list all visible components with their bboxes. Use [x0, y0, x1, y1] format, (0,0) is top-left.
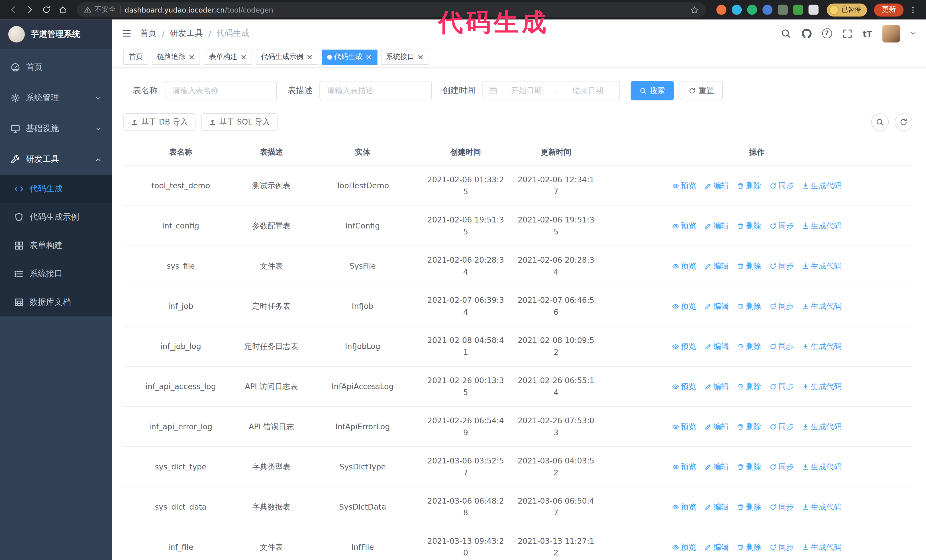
op-generate-link[interactable]: 生成代码	[802, 260, 842, 272]
reload-icon[interactable]	[39, 3, 53, 17]
tab[interactable]: 表单构建×	[204, 49, 252, 65]
op-delete-link[interactable]: 删除	[737, 461, 761, 472]
op-generate-link[interactable]: 生成代码	[802, 461, 842, 472]
op-generate-link[interactable]: 生成代码	[802, 380, 842, 392]
extension-icon[interactable]	[778, 5, 788, 15]
op-edit-link[interactable]: 编辑	[705, 421, 729, 432]
op-edit-link[interactable]: 编辑	[705, 220, 729, 232]
op-sync-link[interactable]: 同步	[770, 421, 794, 432]
tab[interactable]: 首页	[123, 49, 148, 65]
op-generate-link[interactable]: 生成代码	[802, 220, 842, 232]
tab[interactable]: 链路追踪×	[152, 49, 200, 65]
op-sync-link[interactable]: 同步	[770, 300, 794, 312]
font-size-icon[interactable]: tT	[863, 29, 872, 38]
sidebar-item-system[interactable]: 系统管理	[0, 83, 112, 113]
op-preview-link[interactable]: 预览	[672, 541, 696, 552]
sidebar-item-home[interactable]: 首页	[0, 52, 112, 83]
extension-icon[interactable]	[747, 5, 757, 15]
op-delete-link[interactable]: 删除	[737, 380, 761, 392]
extension-icon[interactable]	[732, 5, 741, 15]
op-edit-link[interactable]: 编辑	[705, 180, 729, 192]
op-delete-link[interactable]: 删除	[737, 340, 761, 352]
op-sync-link[interactable]: 同步	[770, 340, 794, 352]
op-edit-link[interactable]: 编辑	[705, 300, 729, 312]
search-icon[interactable]	[781, 28, 791, 38]
op-generate-link[interactable]: 生成代码	[802, 541, 842, 552]
forward-icon[interactable]	[23, 3, 37, 17]
sidebar-subitem-api[interactable]: 系统接口	[0, 260, 112, 288]
op-edit-link[interactable]: 编辑	[705, 501, 729, 512]
address-bar[interactable]: 不安全 dashboard.yudao.iocoder.cn/tool/code…	[77, 2, 705, 17]
refresh-table-button[interactable]	[895, 113, 912, 131]
op-delete-link[interactable]: 删除	[737, 260, 761, 272]
op-sync-link[interactable]: 同步	[770, 541, 794, 552]
help-icon[interactable]: ?	[822, 28, 832, 38]
extension-icon[interactable]	[763, 5, 772, 15]
tab[interactable]: 系统接口×	[381, 49, 429, 65]
extension-icon[interactable]	[809, 5, 819, 15]
search-button[interactable]: 搜索	[631, 81, 674, 100]
op-delete-link[interactable]: 删除	[737, 541, 761, 552]
sidebar-subitem-form-builder[interactable]: 表单构建	[0, 232, 112, 260]
op-generate-link[interactable]: 生成代码	[802, 501, 842, 512]
op-sync-link[interactable]: 同步	[770, 501, 794, 512]
import-db-button[interactable]: 基于 DB 导入	[123, 113, 195, 131]
close-icon[interactable]: ×	[240, 53, 247, 61]
table-name-input[interactable]	[165, 81, 277, 100]
tab[interactable]: 代码生成示例×	[256, 49, 318, 65]
toggle-search-button[interactable]	[871, 113, 889, 131]
op-sync-link[interactable]: 同步	[770, 220, 794, 232]
sidebar-item-infra[interactable]: 基础设施	[0, 113, 112, 144]
op-preview-link[interactable]: 预览	[672, 220, 696, 232]
op-delete-link[interactable]: 删除	[737, 180, 761, 192]
sidebar-subitem-codegen[interactable]: 代码生成	[0, 175, 112, 203]
chevron-down-icon[interactable]	[910, 30, 917, 37]
op-delete-link[interactable]: 删除	[737, 421, 761, 432]
breadcrumb-item[interactable]: 研发工具	[170, 28, 203, 38]
op-sync-link[interactable]: 同步	[770, 180, 794, 192]
bookmark-star-icon[interactable]	[690, 6, 699, 14]
op-edit-link[interactable]: 编辑	[705, 340, 729, 352]
user-avatar[interactable]	[882, 24, 900, 42]
security-indicator[interactable]: 不安全	[84, 5, 116, 15]
reset-button[interactable]: 重置	[680, 81, 723, 100]
tab[interactable]: 代码生成×	[322, 49, 377, 65]
op-edit-link[interactable]: 编辑	[705, 380, 729, 392]
sidebar-subitem-codegen-example[interactable]: 代码生成示例	[0, 203, 112, 231]
op-preview-link[interactable]: 预览	[672, 340, 696, 352]
op-generate-link[interactable]: 生成代码	[802, 300, 842, 312]
op-sync-link[interactable]: 同步	[770, 260, 794, 272]
op-preview-link[interactable]: 预览	[672, 421, 696, 432]
sidebar-item-devtools[interactable]: 研发工具	[0, 144, 112, 175]
op-preview-link[interactable]: 预览	[672, 260, 696, 272]
op-edit-link[interactable]: 编辑	[705, 541, 729, 552]
op-delete-link[interactable]: 删除	[737, 220, 761, 232]
browser-update-button[interactable]: 更新	[874, 3, 904, 16]
date-range-picker[interactable]: 开始日期 - 结束日期	[483, 81, 620, 100]
close-icon[interactable]: ×	[418, 53, 424, 61]
close-icon[interactable]: ×	[306, 53, 313, 61]
github-icon[interactable]	[801, 28, 812, 38]
profile-paused-badge[interactable]: 已暂停	[827, 3, 867, 16]
op-edit-link[interactable]: 编辑	[705, 260, 729, 272]
extension-icon[interactable]	[793, 5, 803, 15]
op-preview-link[interactable]: 预览	[672, 180, 696, 192]
op-preview-link[interactable]: 预览	[672, 461, 696, 472]
op-preview-link[interactable]: 预览	[672, 300, 696, 312]
op-edit-link[interactable]: 编辑	[705, 461, 729, 472]
browser-menu-icon[interactable]	[906, 3, 920, 17]
op-delete-link[interactable]: 删除	[737, 300, 761, 312]
breadcrumb-item[interactable]: 首页	[140, 28, 156, 38]
close-icon[interactable]: ×	[365, 53, 372, 61]
op-delete-link[interactable]: 删除	[737, 501, 761, 512]
op-generate-link[interactable]: 生成代码	[802, 421, 842, 432]
close-icon[interactable]: ×	[188, 53, 195, 61]
extension-icon[interactable]	[716, 5, 726, 15]
op-sync-link[interactable]: 同步	[770, 461, 794, 472]
op-preview-link[interactable]: 预览	[672, 501, 696, 512]
browser-home-icon[interactable]	[56, 3, 70, 17]
table-desc-input[interactable]	[319, 81, 432, 100]
op-generate-link[interactable]: 生成代码	[802, 340, 842, 352]
op-preview-link[interactable]: 预览	[672, 380, 696, 392]
import-sql-button[interactable]: 基于 SQL 导入	[201, 113, 277, 131]
